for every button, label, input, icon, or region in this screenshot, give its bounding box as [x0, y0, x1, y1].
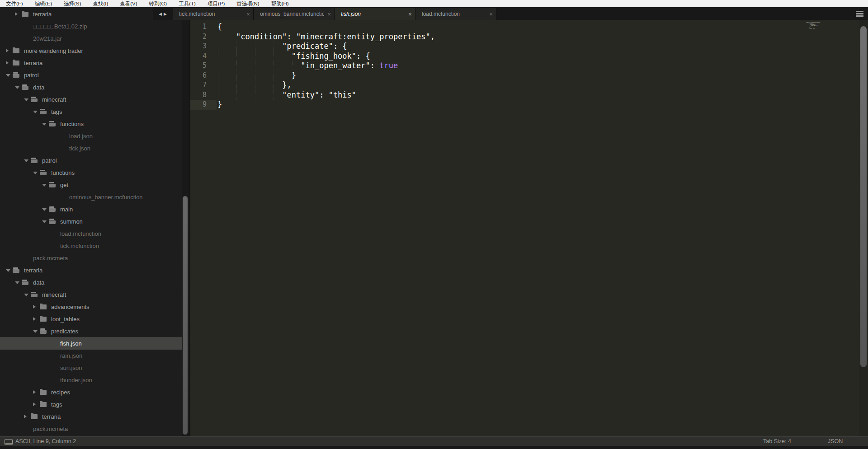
tree-folder-tags[interactable]: tags [0, 398, 182, 411]
tree-folder-tags[interactable]: tags [0, 106, 182, 118]
tree-file-pack.mcmeta[interactable]: pack.mcmeta [0, 252, 182, 264]
tab-list-menu-icon[interactable] [856, 11, 863, 17]
code-editor[interactable]: 1{2 "condition": "minecraft:entity_prope… [190, 20, 859, 445]
tree-file-tick.json[interactable]: tick.json [0, 142, 182, 154]
tab-fish.json[interactable]: fish.json× [335, 8, 415, 20]
tree-folder-main[interactable]: main [0, 203, 182, 215]
line-number: 1 [190, 22, 207, 32]
chevron-collapsed-icon[interactable] [15, 12, 18, 16]
chevron-collapsed-icon[interactable] [6, 61, 9, 65]
tree-file-pack.mcmeta[interactable]: pack.mcmeta [0, 423, 182, 435]
tree-folder-patrol[interactable]: patrol [0, 69, 182, 81]
tree-file-rain.json[interactable]: rain.json [0, 350, 182, 362]
chevron-expanded-icon[interactable] [42, 220, 47, 223]
tree-file-load.json[interactable]: load.json [0, 130, 182, 142]
editor-scrollbar-thumb[interactable] [860, 26, 867, 367]
tab-ominous_banner.mcfunction[interactable]: ominous_banner.mcfunction× [254, 8, 335, 20]
tree-folder-loot_tables[interactable]: loot_tables [0, 313, 182, 325]
menu-item-4[interactable]: 查看(V) [114, 0, 143, 7]
tree-folder-functions[interactable]: functions [0, 118, 182, 130]
tree-item-label: functions [51, 167, 75, 179]
tree-item-label: fish.json [60, 337, 82, 350]
menu-item-5[interactable]: 转到(G) [143, 0, 173, 7]
tree-file-thunder.json[interactable]: thunder.json [0, 374, 182, 386]
menu-item-1[interactable]: 编辑(E) [29, 0, 58, 7]
code-line-3: 3 "predicate": { [190, 42, 859, 51]
chevron-expanded-icon[interactable] [6, 269, 10, 272]
tree-folder-minecraft[interactable]: minecraft [0, 289, 182, 301]
tab-close-icon[interactable]: × [243, 11, 253, 18]
tree-folder-patrol[interactable]: patrol [0, 154, 182, 167]
chevron-collapsed-icon[interactable] [33, 317, 36, 321]
chevron-collapsed-icon[interactable] [33, 390, 36, 394]
tree-file-sun.json[interactable]: sun.json [0, 362, 182, 374]
tree-folder-advancements[interactable]: advancements [0, 301, 182, 313]
menu-item-8[interactable]: 首选项(N) [231, 0, 265, 7]
chevron-expanded-icon[interactable] [15, 86, 19, 89]
tab-scroll-right-icon[interactable]: ▶ [164, 12, 167, 16]
tab-scroll-left-icon[interactable]: ◀ [159, 12, 162, 16]
chevron-expanded-icon[interactable] [24, 159, 28, 162]
folder-open-icon [22, 280, 28, 285]
chevron-expanded-icon[interactable] [24, 98, 28, 101]
tree-item-label: rain.json [60, 350, 82, 362]
tree-item-label: tick.json [69, 142, 90, 154]
chevron-collapsed-icon[interactable] [33, 305, 36, 309]
tree-file-□□□□□□Beta1.02.zip[interactable]: □□□□□□Beta1.02.zip [0, 20, 182, 33]
tree-folder-minecraft[interactable]: minecraft [0, 94, 182, 106]
chevron-expanded-icon[interactable] [42, 184, 47, 187]
chevron-expanded-icon[interactable] [15, 281, 19, 284]
chevron-expanded-icon[interactable] [33, 330, 38, 333]
chevron-collapsed-icon[interactable] [6, 49, 9, 52]
tree-file-load.mcfunction[interactable]: load.mcfunction [0, 228, 182, 240]
tabs-container: tick.mcfunction×ominous_banner.mcfunctio… [173, 8, 496, 20]
folder-closed-icon [40, 317, 47, 322]
menu-item-7[interactable]: 项目(P) [202, 0, 231, 7]
chevron-expanded-icon[interactable] [33, 172, 38, 174]
editor-scrollbar-track[interactable] [859, 20, 868, 445]
tree-folder-data[interactable]: data [0, 276, 182, 289]
tree-folder-functions[interactable]: functions [0, 167, 182, 179]
menu-item-0[interactable]: 文件(F) [0, 0, 29, 7]
status-syntax[interactable]: JSON [828, 437, 843, 446]
tree-file-ominous_banner.mcfunction[interactable]: ominous_banner.mcfunction [0, 191, 182, 203]
panel-toggle-icon[interactable] [5, 439, 13, 445]
tree-folder-terraria[interactable]: terraria [0, 264, 182, 276]
sidebar-editor-divider[interactable] [189, 7, 190, 445]
tree-folder-more wandering trader[interactable]: more wandering trader [0, 45, 182, 57]
menu-item-6[interactable]: 工具(T) [173, 0, 202, 7]
tree-folder-terraria[interactable]: terraria [0, 411, 182, 423]
tree-folder-terraria[interactable]: terraria [0, 57, 182, 69]
menu-item-2[interactable]: 选择(S) [58, 0, 87, 7]
tree-file-fish.json[interactable]: fish.json [0, 337, 182, 350]
chevron-collapsed-icon[interactable] [33, 402, 36, 406]
tree-folder-data[interactable]: data [0, 81, 182, 94]
tree-item-label: tags [51, 398, 62, 411]
chevron-collapsed-icon[interactable] [24, 415, 27, 418]
status-tab-size[interactable]: Tab Size: 4 [763, 437, 791, 446]
tree-item-label: more wandering trader [24, 45, 83, 57]
chevron-expanded-icon[interactable] [33, 111, 38, 113]
tree-folder-predicates[interactable]: predicates [0, 325, 182, 337]
tree-file-tick.mcfunction[interactable]: tick.mcfunction [0, 240, 182, 252]
tab-close-icon[interactable]: × [405, 11, 415, 18]
tree-item-label: advancements [51, 301, 90, 313]
tree-item-label: patrol [24, 69, 39, 81]
tab-close-icon[interactable]: × [486, 11, 496, 18]
tree-folder-recipes[interactable]: recipes [0, 386, 182, 398]
tab-close-icon[interactable]: × [324, 11, 334, 18]
tab-tick.mcfunction[interactable]: tick.mcfunction× [173, 8, 254, 20]
tree-file-20w21a.jar[interactable]: 20w21a.jar [0, 33, 182, 45]
tree-folder-summon[interactable]: summon [0, 215, 182, 228]
menu-item-3[interactable]: 查找(I) [87, 0, 114, 7]
chevron-expanded-icon[interactable] [6, 74, 10, 77]
tab-load.mcfunction[interactable]: load.mcfunction× [415, 8, 496, 20]
chevron-expanded-icon[interactable] [42, 208, 47, 211]
chevron-expanded-icon[interactable] [24, 294, 28, 296]
menu-item-9[interactable]: 帮助(H) [265, 0, 295, 7]
chevron-expanded-icon[interactable] [42, 123, 47, 126]
code-line-9: 9} [190, 100, 859, 110]
tree-item-label: pack.mcmeta [33, 423, 68, 435]
sidebar-scrollbar-thumb[interactable] [183, 196, 188, 435]
tree-folder-get[interactable]: get [0, 179, 182, 191]
